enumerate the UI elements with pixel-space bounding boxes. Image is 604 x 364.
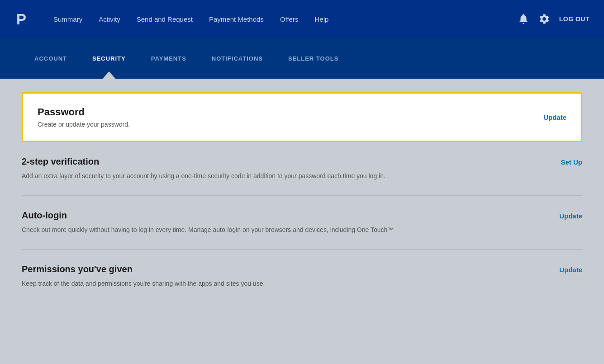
auto-login-action: Update xyxy=(559,210,582,220)
two-step-description: Add an extra layer of security to your a… xyxy=(22,171,385,181)
main-content: Password Create or update your password.… xyxy=(0,79,604,364)
permissions-description: Keep track of the data and permissions y… xyxy=(22,279,265,288)
nav-links: Summary Activity Send and Request Paymen… xyxy=(45,0,518,38)
two-step-section: 2-step verification Add an extra layer o… xyxy=(22,142,582,196)
logout-button[interactable]: LOG OUT xyxy=(559,15,590,23)
auto-login-title: Auto-login xyxy=(22,210,394,221)
permissions-action: Update xyxy=(559,264,582,274)
subnav-payments[interactable]: PAYMENTS xyxy=(138,38,199,79)
nav-payment-methods[interactable]: Payment Methods xyxy=(201,0,272,38)
subnav-account[interactable]: ACCOUNT xyxy=(22,38,80,79)
two-step-action: Set Up xyxy=(561,156,582,166)
password-card: Password Create or update your password.… xyxy=(22,92,582,142)
two-step-title: 2-step verification xyxy=(22,156,385,167)
password-card-left: Password Create or update your password. xyxy=(38,106,130,128)
top-navigation: P Summary Activity Send and Request Paym… xyxy=(0,0,604,38)
nav-send-request[interactable]: Send and Request xyxy=(128,0,201,38)
permissions-title: Permissions you've given xyxy=(22,264,265,274)
nav-offers[interactable]: Offers xyxy=(272,0,307,38)
permissions-content: Permissions you've given Keep track of t… xyxy=(22,264,265,288)
two-step-content: 2-step verification Add an extra layer o… xyxy=(22,156,385,181)
auto-login-content: Auto-login Check out more quickly withou… xyxy=(22,210,394,235)
bell-icon[interactable] xyxy=(518,13,529,25)
subnav-notifications[interactable]: NOTIFICATIONS xyxy=(199,38,276,79)
auto-login-update-link[interactable]: Update xyxy=(559,212,582,220)
password-update-link[interactable]: Update xyxy=(543,113,566,121)
password-description: Create or update your password. xyxy=(38,121,130,128)
auto-login-section: Auto-login Check out more quickly withou… xyxy=(22,196,582,250)
permissions-section: Permissions you've given Keep track of t… xyxy=(22,250,582,303)
permissions-update-link[interactable]: Update xyxy=(559,266,582,274)
gear-icon[interactable] xyxy=(538,13,550,25)
subnav-security[interactable]: SECURITY xyxy=(80,38,138,79)
nav-activity[interactable]: Activity xyxy=(90,0,128,38)
svg-text:P: P xyxy=(16,11,26,27)
sub-navigation: ACCOUNT SECURITY PAYMENTS NOTIFICATIONS … xyxy=(0,38,604,79)
two-step-setup-link[interactable]: Set Up xyxy=(561,158,582,166)
password-title: Password xyxy=(38,106,130,118)
subnav-seller-tools[interactable]: SELLER TOOLS xyxy=(276,38,351,79)
nav-help[interactable]: Help xyxy=(306,0,337,38)
nav-right: LOG OUT xyxy=(518,13,590,25)
nav-summary[interactable]: Summary xyxy=(45,0,90,38)
paypal-logo[interactable]: P xyxy=(14,9,34,29)
auto-login-description: Check out more quickly without having to… xyxy=(22,225,394,235)
